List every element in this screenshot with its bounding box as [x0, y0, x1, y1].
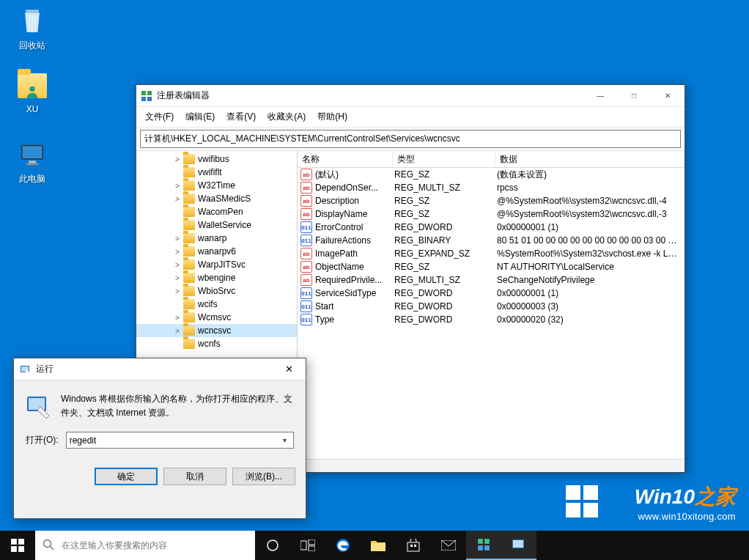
value-row[interactable]: abImagePathREG_EXPAND_SZ%SystemRoot%\Sys… [298, 247, 685, 260]
titlebar[interactable]: 注册表编辑器 — □ ✕ [136, 85, 685, 107]
value-type-icon: 011 [300, 235, 312, 246]
desktop-icon-recycle-bin[interactable]: 回收站 [4, 6, 60, 52]
search-placeholder: 在这里输入你要搜索的内容 [62, 539, 167, 552]
browse-button[interactable]: 浏览(B)... [232, 468, 295, 485]
value-name: DependOnSer... [315, 183, 394, 193]
svg-rect-24 [407, 542, 419, 551]
window-title: 注册表编辑器 [157, 89, 583, 102]
value-row[interactable]: abRequiredPrivile...REG_MULTI_SZSeChange… [298, 273, 685, 287]
expander-icon[interactable]: > [173, 235, 182, 243]
svg-line-18 [51, 546, 54, 550]
value-row[interactable]: 011TypeREG_DWORD0x00000020 (32) [298, 313, 685, 326]
value-row[interactable]: 011ServiceSidTypeREG_DWORD0x00000001 (1) [298, 287, 685, 300]
expander-icon[interactable]: > [173, 261, 182, 269]
value-row[interactable]: 011StartREG_DWORD0x00000003 (3) [298, 300, 685, 313]
run-description: Windows 将根据你所输入的名称，为你打开相应的程序、文件夹、文档或 Int… [61, 392, 294, 420]
tree-item-label: WbioSrvc [198, 286, 235, 296]
open-input[interactable] [70, 435, 278, 446]
titlebar[interactable]: 运行 ✕ [14, 358, 306, 380]
value-row[interactable]: ab(默认)REG_SZ(数值未设置) [298, 168, 685, 181]
menu-file[interactable]: 文件(F) [139, 108, 180, 125]
expander-icon[interactable]: > [173, 248, 182, 256]
value-row[interactable]: abDependOnSer...REG_MULTI_SZrpcss [298, 181, 685, 194]
value-type-icon: 011 [300, 314, 312, 325]
start-button[interactable] [0, 531, 35, 560]
tree-item-label: wcnfs [198, 339, 221, 349]
expander-icon[interactable]: > [173, 182, 182, 190]
taskbar-app-regedit[interactable] [466, 531, 501, 560]
menu-favorites[interactable]: 收藏夹(A) [262, 108, 311, 125]
svg-rect-14 [18, 539, 24, 545]
desktop-icon-this-pc[interactable]: 此电脑 [4, 139, 60, 185]
tree-item[interactable]: >WarpJITSvc [136, 258, 297, 271]
col-name[interactable]: 名称 [298, 151, 393, 167]
values-pane[interactable]: 名称 类型 数据 ab(默认)REG_SZ(数值未设置)abDependOnSe… [298, 151, 685, 459]
watermark-brand-a: Win10 [635, 485, 695, 508]
desktop-icon-folder-xu[interactable]: XU [4, 70, 60, 114]
tree-item[interactable]: wcifs [136, 298, 297, 311]
tree-item-label: vwififlt [198, 167, 222, 177]
value-type: REG_DWORD [394, 288, 497, 298]
mail-icon[interactable] [431, 531, 466, 560]
minimize-button[interactable]: — [583, 85, 617, 106]
value-name: ImagePath [315, 248, 394, 259]
expander-icon[interactable]: > [173, 314, 182, 322]
value-row[interactable]: 011FailureActionsREG_BINARY80 51 01 00 0… [298, 234, 685, 247]
store-icon[interactable] [396, 531, 431, 560]
explorer-icon[interactable] [361, 531, 396, 560]
tree-item[interactable]: >wanarp [136, 232, 297, 245]
tree-item[interactable]: >wcncsvc [136, 324, 297, 337]
menu-help[interactable]: 帮助(H) [311, 108, 353, 125]
value-row[interactable]: 011ErrorControlREG_DWORD0x00000001 (1) [298, 221, 685, 234]
expander-icon[interactable]: > [173, 287, 182, 295]
open-combobox[interactable]: ▾ [66, 432, 294, 449]
col-data[interactable]: 数据 [495, 151, 685, 167]
taskbar-search[interactable]: 在这里输入你要搜索的内容 [35, 531, 255, 560]
value-row[interactable]: abObjectNameREG_SZNT AUTHORITY\LocalServ… [298, 260, 685, 273]
tree-item[interactable]: vwififlt [136, 166, 297, 179]
tree-item[interactable]: >WbioSrvc [136, 284, 297, 298]
tree-item[interactable]: >W32Time [136, 179, 297, 192]
maximize-button[interactable]: □ [617, 85, 651, 106]
tree-item[interactable]: >wbengine [136, 271, 297, 284]
svg-rect-26 [414, 545, 416, 547]
run-icon [20, 364, 32, 375]
expander-icon[interactable]: > [173, 155, 182, 163]
close-button[interactable]: ✕ [651, 85, 685, 106]
tree-item[interactable]: >vwifibus [136, 152, 297, 166]
svg-rect-15 [11, 546, 17, 552]
folder-icon [183, 220, 195, 230]
tree-item[interactable]: >wanarpv6 [136, 245, 297, 258]
value-row[interactable]: abDescriptionREG_SZ@%SystemRoot%\system3… [298, 194, 685, 207]
expander-icon[interactable]: > [173, 274, 182, 282]
list-header[interactable]: 名称 类型 数据 [298, 151, 685, 168]
svg-rect-29 [484, 539, 490, 544]
chevron-down-icon[interactable]: ▾ [278, 436, 290, 444]
tree-item[interactable]: WalletService [136, 218, 297, 232]
tree-item-label: wanarp [198, 233, 226, 243]
taskview-icon[interactable] [290, 531, 325, 560]
tree-item[interactable]: WacomPen [136, 205, 297, 218]
tree-item[interactable]: >Wcmsvc [136, 311, 297, 324]
run-title: 运行 [36, 363, 272, 375]
edge-icon[interactable] [325, 531, 361, 560]
cancel-button[interactable]: 取消 [163, 468, 226, 485]
folder-icon [183, 180, 195, 191]
tree-item[interactable]: >WaaSMedicS [136, 192, 297, 205]
menu-edit[interactable]: 编辑(E) [180, 108, 221, 125]
svg-rect-22 [309, 546, 315, 551]
taskbar-app-run[interactable] [501, 531, 536, 560]
col-type[interactable]: 类型 [393, 151, 495, 167]
svg-rect-6 [147, 91, 152, 95]
cortana-icon[interactable] [255, 531, 290, 560]
expander-icon[interactable]: > [173, 195, 182, 203]
tree-item[interactable]: wcnfs [136, 337, 297, 350]
value-row[interactable]: abDisplayNameREG_SZ@%SystemRoot%\system3… [298, 207, 685, 221]
ok-button[interactable]: 确定 [95, 468, 158, 485]
address-bar[interactable]: 计算机\HKEY_LOCAL_MACHINE\SYSTEM\CurrentCon… [140, 130, 681, 148]
menu-view[interactable]: 查看(V) [221, 108, 262, 125]
close-button[interactable]: ✕ [272, 358, 306, 380]
svg-rect-8 [147, 97, 152, 101]
value-type: REG_DWORD [394, 301, 497, 312]
expander-icon[interactable]: > [173, 327, 182, 335]
